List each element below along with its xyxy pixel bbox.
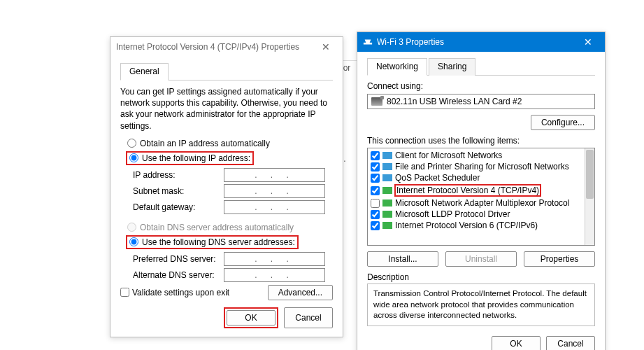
list-item[interactable]: Microsoft Network Adapter Multiplexor Pr… [369, 197, 593, 209]
list-item[interactable]: File and Printer Sharing for Microsoft N… [369, 161, 593, 172]
tab-bar: General [120, 62, 333, 80]
radio-obtain-dns-auto: Obtain DNS server address automatically [127, 223, 333, 232]
ip-address-input[interactable]: . . . [224, 168, 325, 182]
radio-label: Obtain DNS server address automatically [140, 223, 294, 232]
description-header: Description [367, 272, 595, 282]
tab-bar: Networking Sharing [367, 57, 595, 76]
list-item[interactable]: Internet Protocol Version 4 (TCP/IPv4) [369, 183, 593, 197]
item-label: File and Printer Sharing for Microsoft N… [395, 162, 569, 172]
protocol-icon [382, 200, 392, 206]
item-checkbox[interactable] [371, 199, 380, 208]
connect-using-label: Connect using: [367, 81, 595, 91]
description-text: Transmission Control Protocol/Internet P… [367, 284, 595, 326]
item-label: Internet Protocol Version 4 (TCP/IPv4) [394, 184, 541, 197]
radio-use-static-ip[interactable]: Use the following IP address: [126, 151, 333, 165]
protocol-icon [382, 211, 392, 218]
gateway-input[interactable]: . . . [224, 200, 325, 214]
configure-button[interactable]: Configure... [531, 115, 595, 130]
radio-input [127, 223, 136, 232]
scrollbar-thumb[interactable] [586, 150, 594, 199]
item-label: Client for Microsoft Networks [395, 150, 502, 160]
ip-address-label: IP address: [133, 170, 224, 180]
adapter-icon [371, 97, 382, 106]
list-item[interactable]: Client for Microsoft Networks [369, 150, 593, 161]
subnet-label: Subnet mask: [133, 186, 224, 196]
close-icon[interactable]: ✕ [577, 36, 599, 48]
preferred-dns-label: Preferred DNS server: [133, 254, 224, 264]
advanced-button[interactable]: Advanced... [268, 285, 333, 300]
radio-obtain-ip-auto[interactable]: Obtain an IP address automatically [127, 139, 333, 148]
ipv4-properties-dialog: Internet Protocol Version 4 (TCP/IPv4) P… [110, 36, 343, 337]
info-text: You can get IP settings assigned automat… [120, 86, 333, 132]
item-label: Internet Protocol Version 6 (TCP/IPv6) [395, 220, 538, 230]
dialog-title: Internet Protocol Version 4 (TCP/IPv4) P… [116, 42, 299, 52]
list-item[interactable]: QoS Packet Scheduler [369, 172, 593, 183]
properties-button[interactable]: Properties [524, 251, 595, 267]
radio-label: Use the following IP address: [142, 153, 250, 163]
wifi-properties-dialog: Wi-Fi 3 Properties ✕ Networking Sharing … [357, 31, 606, 350]
validate-checkbox[interactable] [120, 288, 129, 297]
radio-use-static-dns[interactable]: Use the following DNS server addresses: [126, 235, 333, 249]
item-checkbox[interactable] [371, 221, 380, 230]
cancel-button[interactable]: Cancel [284, 307, 333, 328]
protocol-icon [382, 222, 392, 229]
subnet-input[interactable]: . . . [224, 184, 325, 198]
tab-sharing[interactable]: Sharing [429, 58, 475, 76]
item-label: QoS Packet Scheduler [395, 173, 480, 183]
install-button[interactable]: Install... [367, 251, 438, 267]
protocol-icon [382, 187, 392, 194]
items-listbox[interactable]: Client for Microsoft NetworksFile and Pr… [367, 148, 595, 246]
radio-label: Obtain an IP address automatically [140, 139, 270, 148]
gateway-label: Default gateway: [133, 202, 224, 212]
item-label: Microsoft Network Adapter Multiplexor Pr… [395, 198, 569, 208]
tab-networking[interactable]: Networking [367, 58, 427, 76]
titlebar: Wi-Fi 3 Properties ✕ [357, 32, 605, 52]
ok-highlight: OK [224, 307, 278, 328]
ok-button[interactable]: OK [492, 336, 541, 350]
dialog-title: Wi-Fi 3 Properties [377, 37, 444, 47]
list-item[interactable]: Internet Protocol Version 6 (TCP/IPv6) [369, 220, 593, 231]
tab-general[interactable]: General [120, 63, 169, 80]
titlebar: Internet Protocol Version 4 (TCP/IPv4) P… [110, 37, 343, 57]
close-icon[interactable]: ✕ [315, 41, 337, 52]
radio-input[interactable] [127, 139, 136, 148]
item-checkbox[interactable] [371, 174, 380, 183]
item-checkbox[interactable] [371, 162, 380, 172]
radio-input[interactable] [129, 237, 138, 246]
ok-button[interactable]: OK [227, 310, 276, 326]
item-checkbox[interactable] [371, 186, 380, 195]
adapter-name: 802.11n USB Wireless LAN Card #2 [387, 97, 522, 106]
list-item[interactable]: Microsoft LLDP Protocol Driver [369, 209, 593, 220]
validate-label: Validate settings upon exit [132, 288, 229, 298]
svg-rect-0 [364, 43, 372, 45]
preferred-dns-input[interactable]: . . . [224, 252, 325, 266]
network-icon [363, 37, 373, 47]
protocol-icon [382, 174, 392, 181]
radio-input[interactable] [129, 153, 138, 162]
alternate-dns-label: Alternate DNS server: [133, 270, 224, 280]
protocol-icon [382, 152, 392, 159]
cancel-button[interactable]: Cancel [546, 336, 595, 350]
scrollbar[interactable] [585, 148, 594, 245]
item-checkbox[interactable] [371, 151, 380, 160]
item-label: Microsoft LLDP Protocol Driver [395, 209, 510, 219]
radio-label: Use the following DNS server addresses: [142, 237, 295, 247]
items-label: This connection uses the following items… [367, 136, 595, 146]
protocol-icon [382, 163, 392, 170]
uninstall-button: Uninstall [445, 251, 517, 267]
alternate-dns-input[interactable]: . . . [224, 268, 325, 282]
item-checkbox[interactable] [371, 210, 380, 219]
